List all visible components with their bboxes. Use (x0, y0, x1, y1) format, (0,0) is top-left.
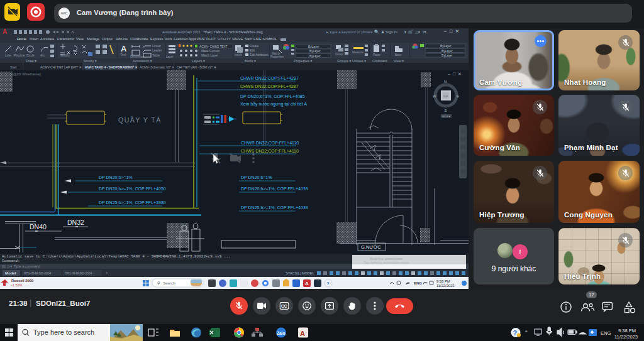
svg-text:Polyline: Polyline (14, 53, 25, 57)
svg-text:Make Current: Make Current (201, 50, 220, 53)
svg-text:DN32: DN32 (67, 219, 84, 226)
svg-text:Insert: Insert (235, 53, 242, 57)
svg-text:ByLayer: ByLayer (440, 45, 452, 48)
svg-text:SVACS(L): SVACS(L) (286, 271, 301, 275)
svg-text:Circle: Circle (26, 53, 35, 57)
svg-text:Russell 2000: Russell 2000 (11, 279, 33, 283)
svg-text:DP DN25;b>=1%; COP:FFL+3980: DP DN25;b>=1%; COP:FFL+3980 (99, 200, 166, 205)
svg-text:G.NƯỚC: G.NƯỚC (361, 244, 381, 250)
svg-text:Leader: Leader (152, 48, 162, 52)
svg-text:?: ? (513, 329, 518, 337)
svg-text:Arc: Arc (40, 53, 45, 57)
svg-text:9:58 PM: 9:58 PM (436, 279, 450, 283)
svg-text:-1.52%: -1.52% (11, 283, 23, 287)
svg-text:S: S (445, 109, 447, 112)
svg-text:ByLayer: ByLayer (441, 50, 453, 53)
svg-text:MODEL: MODEL (302, 271, 314, 275)
svg-text:Zalo: Zalo (277, 331, 285, 335)
svg-text:QUẦY Y TÁ: QUẦY Y TÁ (118, 116, 162, 124)
svg-text:Table: Table (152, 53, 160, 57)
svg-text:ByLayer: ByLayer (309, 55, 321, 58)
svg-text:DP DN20;b>=1%; COP:FFL+4050: DP DN20;b>=1%; COP:FFL+4050 (99, 187, 166, 191)
svg-text:Base: Base (395, 53, 402, 57)
svg-text:Type here to search: Type here to search (33, 328, 94, 336)
svg-text:CHWR DN32;COP:FFL+4110: CHWR DN32;COP:FFL+4110 (241, 141, 299, 145)
svg-text:Create: Create (250, 45, 259, 48)
svg-text:Xem bẫy nước ngưng tại chi tiế: Xem bẫy nước ngưng tại chi tiết A (240, 101, 308, 107)
svg-text:ACMV- CHWS TEXT: ACMV- CHWS TEXT (199, 45, 228, 48)
svg-text:Search: Search (163, 281, 175, 285)
svg-text:W: W (433, 94, 436, 98)
svg-text:ByLayer: ByLayer (309, 50, 321, 53)
svg-text:Edit: Edit (250, 49, 255, 52)
svg-text:Group: Group (335, 53, 343, 56)
svg-text:CHWS DN32;COP:FFL+4110: CHWS DN32;COP:FFL+4110 (241, 149, 299, 153)
svg-text:ENG: ENG (601, 330, 611, 336)
svg-text:CHWS DN32;COP:FFL+4287: CHWS DN32;COP:FFL+4287 (240, 84, 298, 89)
svg-text:–□✕: –□✕ (448, 72, 464, 76)
svg-text:Measure: Measure (352, 51, 364, 54)
svg-text:DP DN20;b>=1%; COP:FFL+4039: DP DN20;b>=1%; COP:FFL+4039 (241, 187, 308, 191)
svg-text:Modify: Modify (60, 53, 70, 57)
svg-text:N: N (444, 80, 447, 84)
svg-text:A: A (121, 44, 127, 53)
svg-text:DP DN20;b>=1%: DP DN20;b>=1% (99, 175, 133, 180)
svg-text:A: A (305, 281, 309, 286)
svg-text:CHWR DN32;COP:FFL+4287: CHWR DN32;COP:FFL+4287 (240, 76, 299, 80)
svg-text:Match Layer: Match Layer (201, 54, 218, 57)
svg-text:Edit Attributes: Edit Attributes (250, 53, 269, 57)
svg-text:11/22/2023: 11/22/2023 (436, 284, 455, 288)
svg-text:?: ? (326, 281, 330, 286)
svg-text:DP DN25;b>=1%; COP:FFL+4039: DP DN25;b>=1%; COP:FFL+4039 (241, 205, 308, 210)
svg-text:⚲: ⚲ (157, 281, 160, 285)
svg-text:TOP: TOP (443, 95, 448, 98)
svg-text:A: A (300, 330, 305, 337)
svg-text:CC: CC (281, 304, 287, 308)
svg-text:ByLayer: ByLayer (441, 54, 453, 57)
svg-text:WCS ▾: WCS ▾ (442, 115, 450, 118)
svg-text:Text: Text (120, 53, 126, 57)
svg-text:⌃: ⌃ (524, 330, 529, 336)
svg-text:E: E (457, 94, 459, 98)
svg-text:Line: Line (5, 53, 11, 57)
svg-text:ByLayer: ByLayer (308, 45, 319, 48)
svg-text:Paste: Paste (373, 53, 380, 57)
svg-text:Linear: Linear (152, 44, 161, 48)
svg-text:11/22/2023: 11/22/2023 (614, 334, 638, 340)
svg-text:9:38 PM: 9:38 PM (618, 328, 636, 333)
svg-text:DP DN20;b=1%; COP:FFL+4085: DP DN20;b=1%; COP:FFL+4085 (240, 94, 305, 99)
svg-text:DP DN20;b=1%: DP DN20;b=1% (241, 175, 272, 180)
svg-text:ENG: ENG (414, 281, 422, 285)
